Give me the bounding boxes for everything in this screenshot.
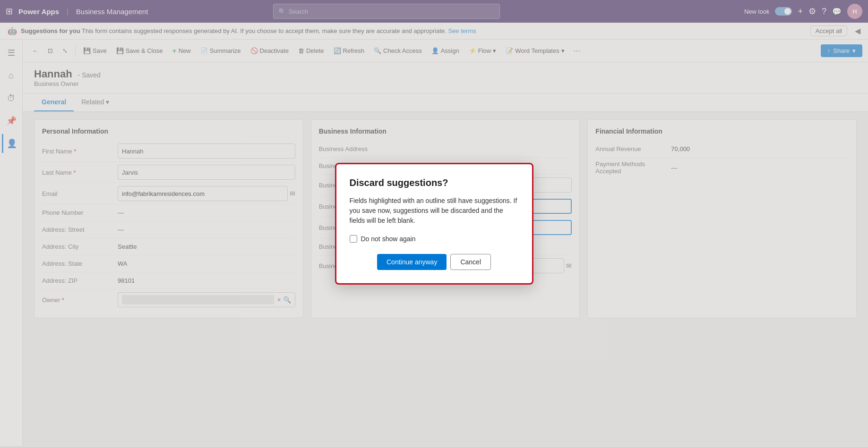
dialog-title: Discard suggestions? [350,177,519,188]
continue-anyway-button[interactable]: Continue anyway [377,254,447,270]
do-not-show-label[interactable]: Do not show again [361,235,416,243]
dialog-body: Fields highlighted with an outline still… [350,196,519,226]
cancel-button[interactable]: Cancel [450,254,491,270]
discard-suggestions-dialog: Discard suggestions? Fields highlighted … [335,163,533,285]
dialog-actions: Continue anyway Cancel [350,254,519,270]
modal-overlay: Discard suggestions? Fields highlighted … [0,0,868,446]
dialog-checkbox-row: Do not show again [350,235,519,243]
do-not-show-checkbox[interactable] [350,235,357,243]
